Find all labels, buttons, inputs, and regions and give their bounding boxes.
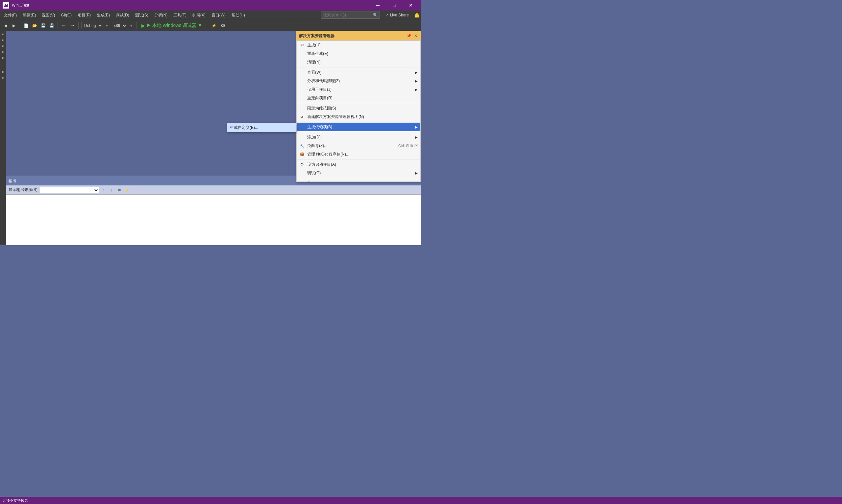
ctx-nuget[interactable]: 📦 管理 NuGet 程序包(N)...	[297, 150, 420, 159]
ctx-build-deps-arrow: ▶	[415, 125, 418, 129]
ctx-clean-label: 清理(N)	[307, 59, 321, 65]
menu-file[interactable]: 文件(F)	[1, 11, 19, 19]
activity-item-7[interactable]: ≡	[0, 76, 5, 80]
close-button[interactable]: ✕	[403, 0, 418, 11]
separator-d	[297, 132, 420, 132]
ctx-retarget[interactable]: 重定向项目(R)	[297, 94, 420, 102]
ctx-scope[interactable]: 限定为此范围(S)	[297, 104, 420, 112]
maximize-button[interactable]: □	[387, 0, 402, 11]
save-button[interactable]: 💾	[39, 22, 47, 30]
notification-icon[interactable]: 🔔	[414, 13, 420, 18]
ctx-project-only-arrow: ▶	[415, 88, 418, 91]
ctx-new-view[interactable]: 🗂 新建解决方案资源管理器视图(N)	[297, 112, 420, 121]
ctx-class-wizard-shortcut: Ctrl+Shift+X	[398, 144, 418, 148]
live-share-button[interactable]: ↗ Live Share	[382, 12, 411, 18]
activity-item-4[interactable]: ≡	[0, 50, 5, 55]
menu-edit[interactable]: 编辑(E)	[20, 11, 38, 19]
ctx-rebuild[interactable]: 重新生成(E)	[297, 49, 420, 58]
title-bar: Win...Test ─ □ ✕	[0, 0, 421, 11]
ctx-clean[interactable]: 清理(N)	[297, 58, 420, 67]
platform-arrow: ▼	[129, 23, 133, 28]
live-share-icon: ↗	[385, 13, 389, 18]
ctx-view-label: 查看(W)	[307, 70, 321, 75]
output-source-select[interactable]	[40, 187, 99, 193]
new-project-button[interactable]: 📄	[22, 22, 30, 30]
menu-view[interactable]: 视图(V)	[39, 11, 57, 19]
menu-window[interactable]: 窗口(W)	[209, 11, 228, 19]
se-close-button[interactable]: ✕	[413, 33, 418, 39]
nav-buttons: ◀ ▶ 📄 📂 💾 💾 ↩ ↪	[1, 22, 80, 30]
menu-project[interactable]: 项目(P)	[75, 11, 93, 19]
cut-icon: ✂	[299, 180, 305, 182]
screenshot-button[interactable]: 🖼	[219, 22, 227, 30]
perf-icon-button[interactable]: ⚡	[210, 22, 218, 30]
ctx-project-only[interactable]: 仅用于项目(J) ▶	[297, 85, 420, 94]
activity-item-2[interactable]: ≡	[0, 38, 5, 43]
ctx-view[interactable]: 查看(W) ▶	[297, 68, 420, 77]
menu-extensions[interactable]: 扩展(X)	[190, 11, 208, 19]
ctx-add-label: 添加(D)	[307, 134, 321, 140]
forward-button[interactable]: ▶	[10, 22, 18, 30]
activity-item-3[interactable]: ≡	[0, 44, 5, 49]
ctx-new-view-label: 新建解决方案资源管理器视图(N)	[307, 114, 364, 120]
activity-item-5[interactable]: ≡	[0, 56, 5, 60]
ctx-build[interactable]: ⚙ 生成(U)	[297, 41, 420, 49]
ctx-cut[interactable]: ✂ 剪切(T) Ctrl+X	[297, 179, 420, 182]
undo-button[interactable]: ↩	[60, 22, 68, 30]
menu-test[interactable]: 测试(S)	[132, 11, 151, 19]
startup-icon: ⚙	[299, 162, 305, 167]
ctx-add[interactable]: 添加(D) ▶	[297, 133, 420, 141]
ctx-build-deps-label: 生成依赖项(B)	[307, 124, 332, 130]
ctx-set-startup[interactable]: ⚙ 设为启动项目(A)	[297, 160, 420, 169]
ctx-analyze[interactable]: 分析和代码清理(Z) ▶	[297, 77, 420, 85]
context-menu: ⚙ 生成(U) 重新生成(E) 清理(N) 查看(W) ▶ 分析和代码清理(Z)…	[296, 40, 421, 182]
activity-bar: ≡ ≡ ≡ ≡ ≡ ≡ ≡	[0, 31, 6, 245]
menu-build[interactable]: 生成(B)	[94, 11, 112, 19]
ctx-build-deps[interactable]: 生成依赖项(B) ▶	[297, 123, 420, 131]
solution-explorer-title: 解决方案资源管理器	[299, 33, 335, 39]
ctx-debug[interactable]: 调试(G) ▶	[297, 169, 420, 177]
ctx-build-label: 生成(U)	[307, 42, 321, 48]
debug-config-select[interactable]: Debug	[81, 22, 103, 29]
output-btn-2[interactable]: ↓	[108, 187, 115, 193]
nuget-icon: 📦	[299, 151, 305, 157]
ctx-cut-shortcut: Ctrl+X	[408, 181, 418, 182]
menu-debug[interactable]: 调试(D)	[113, 11, 132, 19]
output-btn-4[interactable]: ⚡	[124, 187, 130, 193]
run-icon: ▶	[141, 23, 145, 28]
solution-explorer-header: 解决方案资源管理器 📌 ✕	[296, 31, 421, 40]
menu-analyze[interactable]: 分析(N)	[151, 11, 171, 19]
open-button[interactable]: 📂	[31, 22, 38, 30]
class-wizard-icon: 🔧	[299, 143, 305, 148]
toolbar: ◀ ▶ 📄 📂 💾 💾 ↩ ↪ Debug ▼ x86 ▼ ▶ ▶ 本地 Win…	[0, 20, 421, 31]
platform-select[interactable]: x86	[111, 22, 127, 29]
menu-git[interactable]: Git(G)	[58, 12, 74, 19]
output-title: 输出	[8, 178, 16, 184]
save-all-button[interactable]: 💾	[48, 22, 56, 30]
redo-button[interactable]: ↪	[68, 22, 76, 30]
menu-help[interactable]: 帮助(H)	[229, 11, 248, 19]
menu-tools[interactable]: 工具(T)	[171, 11, 189, 19]
ctx-build-custom[interactable]: 生成自定义(B)...	[227, 123, 296, 132]
output-btn-1[interactable]: ↑	[100, 187, 107, 193]
config-arrow: ▼	[105, 23, 109, 28]
separator-a	[297, 67, 420, 67]
output-header-left: 输出	[8, 178, 16, 184]
minimize-button[interactable]: ─	[370, 0, 386, 11]
new-view-icon: 🗂	[299, 114, 305, 119]
activity-item-6[interactable]: ≡	[0, 70, 5, 74]
sub-context-menu: 生成自定义(B)...	[227, 123, 296, 132]
activity-explorer[interactable]: ≡	[0, 32, 5, 37]
se-pin-button[interactable]: 📌	[406, 33, 412, 39]
ctx-class-wizard[interactable]: 🔧 类向导(Z)... Ctrl+Shift+X	[297, 141, 420, 150]
run-button[interactable]: ▶ ▶ 本地 Windows 调试器 ▼	[140, 22, 204, 29]
se-header-controls: 📌 ✕	[406, 33, 418, 39]
output-btn-3[interactable]: ⊞	[116, 187, 123, 193]
back-button[interactable]: ◀	[1, 22, 9, 30]
title-bar-controls: ─ □ ✕	[370, 0, 418, 11]
window-title: Win...Test	[12, 3, 29, 7]
search-icon: 🔍	[373, 13, 378, 17]
separator-b	[297, 103, 420, 103]
search-input[interactable]	[321, 12, 380, 19]
separator-4	[137, 22, 137, 29]
